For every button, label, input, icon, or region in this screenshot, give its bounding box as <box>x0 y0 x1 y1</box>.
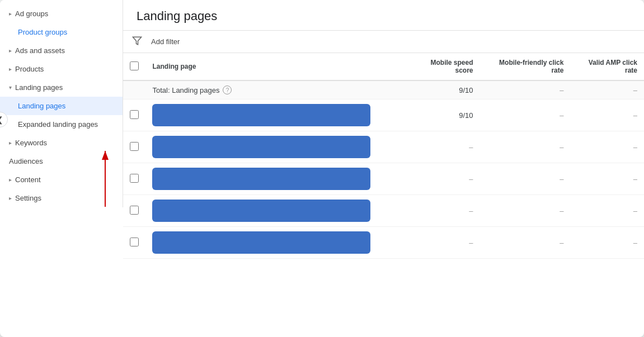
sidebar-item-products[interactable]: ▸ Products <box>0 60 123 78</box>
select-all-header <box>123 53 145 80</box>
row-mobile-friendly: – <box>480 99 571 131</box>
sidebar-item-product-groups[interactable]: Product groups <box>0 23 123 41</box>
row-valid-amp: – <box>570 99 644 131</box>
sidebar-item-label: Audiences <box>9 157 43 165</box>
total-valid-amp: – <box>570 80 644 99</box>
total-mobile-friendly: – <box>480 80 571 99</box>
landing-page-header: Landing page <box>145 53 406 80</box>
table-row: 9/10 – – <box>123 99 644 131</box>
page-header: Landing pages <box>123 0 644 31</box>
select-all-checkbox[interactable] <box>130 61 139 70</box>
sidebar-item-settings[interactable]: ▸ Settings <box>0 189 123 207</box>
table-row: – – – <box>123 227 644 259</box>
table-container: Landing page Mobile speedscore Mobile-fr… <box>123 53 644 337</box>
total-label-cell: Total: Landing pages ? <box>145 80 406 99</box>
row-checkbox-cell <box>123 163 145 195</box>
row-mobile-friendly: – <box>480 227 571 259</box>
expand-icon: ▸ <box>9 140 12 146</box>
landing-pages-table: Landing page Mobile speedscore Mobile-fr… <box>123 53 644 259</box>
row-checkbox-cell <box>123 99 145 131</box>
sidebar-item-keywords[interactable]: ▸ Keywords <box>0 134 123 152</box>
row-valid-amp: – <box>570 163 644 195</box>
row-checkbox[interactable] <box>130 206 139 215</box>
expand-icon: ▸ <box>9 48 12 54</box>
landing-page-bar <box>152 168 370 190</box>
sidebar-item-landing-pages[interactable]: Landing pages <box>0 97 123 115</box>
sidebar-item-label: Settings <box>15 194 41 202</box>
sidebar-item-label: Landing pages <box>15 83 63 92</box>
sidebar-item-label: Content <box>15 175 41 184</box>
landing-page-bar <box>152 200 370 222</box>
table-row: – – – <box>123 163 644 195</box>
row-checkbox[interactable] <box>130 142 139 151</box>
collapse-icon: ▾ <box>9 84 12 91</box>
row-mobile-speed: – <box>406 195 480 227</box>
landing-page-cell <box>145 131 406 163</box>
valid-amp-header: Valid AMP clickrate <box>570 53 644 80</box>
svg-marker-2 <box>133 37 142 45</box>
row-checkbox[interactable] <box>130 110 139 119</box>
sidebar-item-label: Product groups <box>18 28 67 36</box>
expand-icon: ▸ <box>9 195 12 201</box>
row-mobile-friendly: – <box>480 163 571 195</box>
row-checkbox[interactable] <box>130 174 139 183</box>
sidebar-item-ad-groups[interactable]: ▸ Ad groups <box>0 4 123 23</box>
table-row: – – – <box>123 131 644 163</box>
total-mobile-speed: 9/10 <box>406 80 480 99</box>
sidebar-item-label: Ads and assets <box>15 46 65 55</box>
sidebar-item-label: Products <box>15 65 44 73</box>
landing-page-cell <box>145 163 406 195</box>
landing-page-cell <box>145 195 406 227</box>
main-content: Landing pages Add filter Landing p <box>123 0 644 337</box>
filter-icon <box>132 36 142 48</box>
sidebar-item-expanded-landing-pages[interactable]: Expanded landing pages <box>0 115 123 134</box>
info-icon[interactable]: ? <box>223 86 232 94</box>
sidebar-item-label: Landing pages <box>18 102 65 110</box>
mobile-friendly-header: Mobile-friendly clickrate <box>480 53 571 80</box>
sidebar-item-label: Keywords <box>15 139 47 147</box>
sidebar-item-audiences[interactable]: Audiences <box>0 152 123 170</box>
table-row: – – – <box>123 195 644 227</box>
landing-page-bar <box>152 136 370 158</box>
row-mobile-speed: – <box>406 227 480 259</box>
expand-icon: ▸ <box>9 11 12 17</box>
row-mobile-speed: – <box>406 163 480 195</box>
row-mobile-speed: 9/10 <box>406 99 480 131</box>
row-checkbox-cell <box>123 131 145 163</box>
row-mobile-friendly: – <box>480 195 571 227</box>
collapse-icon: ❮ <box>0 115 3 124</box>
toolbar: Add filter <box>123 31 644 53</box>
total-row: Total: Landing pages ? 9/10 – – <box>123 80 644 99</box>
row-valid-amp: – <box>570 227 644 259</box>
sidebar-item-content[interactable]: ▸ Content <box>0 170 123 189</box>
mobile-speed-header: Mobile speedscore <box>406 53 480 80</box>
row-valid-amp: – <box>570 195 644 227</box>
sidebar-item-landing-pages-parent[interactable]: ▾ Landing pages <box>0 78 123 97</box>
page-title: Landing pages <box>137 9 631 23</box>
row-valid-amp: – <box>570 131 644 163</box>
row-mobile-friendly: – <box>480 131 571 163</box>
landing-page-cell <box>145 99 406 131</box>
landing-page-cell <box>145 227 406 259</box>
row-mobile-speed: – <box>406 131 480 163</box>
expand-icon: ▸ <box>9 177 12 183</box>
landing-page-bar <box>152 104 370 126</box>
row-checkbox[interactable] <box>130 238 139 246</box>
landing-page-bar <box>152 231 370 254</box>
total-empty-cell <box>123 80 145 99</box>
expand-icon: ▸ <box>9 66 12 72</box>
sidebar-item-label: Ad groups <box>15 10 48 18</box>
row-checkbox-cell <box>123 195 145 227</box>
add-filter-button[interactable]: Add filter <box>147 35 184 48</box>
sidebar: ▸ Ad groups Product groups ▸ Ads and ass… <box>0 0 123 207</box>
row-checkbox-cell <box>123 227 145 259</box>
sidebar-item-label: Expanded landing pages <box>18 120 98 129</box>
sidebar-item-ads-and-assets[interactable]: ▸ Ads and assets <box>0 41 123 60</box>
